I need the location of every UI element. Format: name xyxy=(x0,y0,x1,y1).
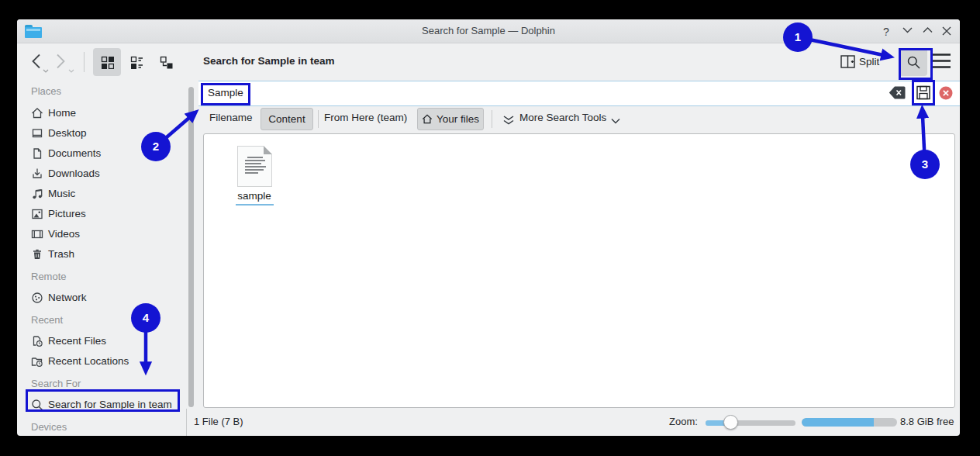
split-button[interactable]: Split xyxy=(859,56,879,67)
trash-icon xyxy=(31,248,43,261)
folder-view[interactable] xyxy=(203,133,955,408)
hamburger-menu-button[interactable] xyxy=(932,53,951,69)
page-fold xyxy=(264,146,272,154)
save-search-button[interactable] xyxy=(916,85,930,100)
tabs-separator xyxy=(492,110,492,128)
network-icon xyxy=(31,292,43,304)
zoom-slider[interactable] xyxy=(706,420,795,426)
desktop-background: { "colors": { "annotation_blue": "#1414d… xyxy=(0,0,980,456)
close-icon[interactable] xyxy=(942,26,951,39)
sidebar-header-remote: Remote xyxy=(31,271,67,282)
double-chevron-down-icon xyxy=(502,116,515,126)
maximize-button[interactable] xyxy=(923,27,933,40)
sidebar-item-trash[interactable]: Trash xyxy=(31,247,74,261)
file-icon-sample[interactable] xyxy=(237,146,272,187)
recent-locations-icon xyxy=(31,355,43,368)
toolbar-location-title: Search for Sample in team xyxy=(203,55,335,67)
zoom-label: Zoom: xyxy=(669,416,698,427)
sidebar-saved-search-item[interactable]: Search for Sample in team xyxy=(31,398,172,412)
more-search-tools-button[interactable]: More Search Tools xyxy=(519,112,606,123)
forward-dropdown-icon[interactable] xyxy=(68,69,74,73)
titlebar[interactable]: Search for Sample — Dolphin ? xyxy=(17,19,960,43)
details-view-button[interactable] xyxy=(152,48,180,76)
statusbar-divider xyxy=(186,409,187,436)
free-space-label: 8.8 GiB free xyxy=(900,416,954,427)
sidebar-item-recent-files[interactable]: Recent Files xyxy=(31,334,106,348)
zoom-slider-handle[interactable] xyxy=(723,415,738,430)
search-toggle-button[interactable] xyxy=(899,48,927,76)
capacity-bar xyxy=(802,418,897,427)
dolphin-window: Search for Sample — Dolphin ? xyxy=(17,19,960,436)
toolbar-separator xyxy=(84,52,85,72)
music-icon xyxy=(31,188,43,200)
sidebar-header-devices: Devices xyxy=(31,421,67,433)
back-button[interactable] xyxy=(31,54,41,69)
sidebar-item-downloads[interactable]: Downloads xyxy=(31,167,100,181)
file-selection-underline xyxy=(236,204,274,206)
videos-icon xyxy=(31,228,43,240)
tab-your-files[interactable]: Your files xyxy=(417,108,484,130)
close-search-icon[interactable] xyxy=(939,86,953,100)
save-icon xyxy=(916,85,930,100)
statusbar-summary: 1 File (7 B) xyxy=(194,416,243,427)
search-bar xyxy=(198,81,960,106)
sidebar-item-desktop[interactable]: Desktop xyxy=(31,126,87,140)
clear-search-icon[interactable] xyxy=(889,86,906,99)
sidebar-item-pictures[interactable]: Pictures xyxy=(31,207,86,221)
sidebar-item-network[interactable]: Network xyxy=(31,291,87,305)
minimize-button[interactable] xyxy=(902,27,913,40)
compact-view-button[interactable] xyxy=(122,48,150,76)
main-toolbar: Search for Sample in team Split xyxy=(17,43,960,81)
tab-from-here[interactable]: From Here (team) xyxy=(324,112,407,123)
documents-icon xyxy=(31,147,43,160)
sidebar-scrollbar[interactable] xyxy=(188,87,194,407)
tab-filename[interactable]: Filename xyxy=(209,112,253,123)
search-icon xyxy=(906,55,921,70)
help-button[interactable]: ? xyxy=(883,26,889,38)
icons-view-button[interactable] xyxy=(93,48,121,76)
desktop-icon xyxy=(31,127,43,140)
sidebar-header-recent: Recent xyxy=(31,314,63,326)
window-title: Search for Sample — Dolphin xyxy=(17,25,960,36)
split-view-icon[interactable] xyxy=(840,55,855,68)
downloads-icon xyxy=(31,168,43,180)
sidebar-item-music[interactable]: Music xyxy=(31,187,75,201)
recent-files-icon xyxy=(31,335,43,347)
back-dropdown-icon[interactable] xyxy=(43,69,49,73)
sidebar-item-recent-locations[interactable]: Recent Locations xyxy=(31,354,129,368)
home-icon xyxy=(422,114,433,124)
capacity-bar-fill xyxy=(802,418,874,427)
sidebar-item-home[interactable]: Home xyxy=(31,106,76,120)
pictures-icon xyxy=(31,208,43,220)
file-label[interactable]: sample xyxy=(231,190,278,202)
search-query-input[interactable]: Sample xyxy=(208,87,243,98)
search-icon xyxy=(31,399,43,411)
sidebar-header-places: Places xyxy=(31,85,61,97)
chevron-down-icon xyxy=(611,118,620,124)
tab-content[interactable]: Content xyxy=(261,108,313,130)
home-icon xyxy=(31,107,43,119)
sidebar-item-documents[interactable]: Documents xyxy=(31,147,101,161)
sidebar-header-search-for: Search For xyxy=(31,378,81,389)
sidebar-item-videos[interactable]: Videos xyxy=(31,227,80,241)
forward-button[interactable] xyxy=(56,54,66,69)
tabs-separator xyxy=(318,110,319,128)
